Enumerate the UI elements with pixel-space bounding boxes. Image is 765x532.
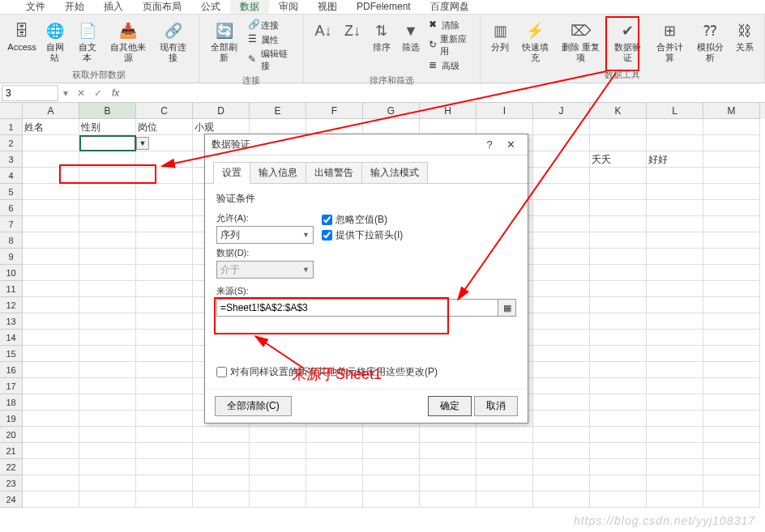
cell[interactable] [23,475,79,492]
existing-conn-button[interactable]: 🔗现有连接 [152,18,193,65]
cell[interactable] [193,475,250,492]
cell[interactable] [647,411,703,427]
cell[interactable] [477,492,533,508]
cell[interactable] [647,135,703,151]
col-header-I[interactable]: I [477,103,533,119]
from-access-button[interactable]: 🗄Access [5,18,39,54]
advanced-filter-item[interactable]: ≣高级 [425,58,475,73]
cell[interactable] [79,394,136,411]
cell[interactable] [703,281,760,297]
cell[interactable]: 好好 [647,151,703,168]
cell[interactable] [533,378,590,394]
cell[interactable] [477,443,533,459]
cell[interactable] [363,443,420,459]
cell[interactable] [703,135,760,151]
remove-duplicates-button[interactable]: ⌦删除 重复项 [555,18,606,65]
cell[interactable] [533,297,590,313]
cell[interactable] [590,330,647,346]
cell[interactable] [647,297,703,313]
cell[interactable] [306,492,363,508]
cell[interactable] [306,475,363,492]
cell[interactable] [533,330,590,346]
cell[interactable] [250,459,306,475]
cell[interactable] [703,346,760,362]
cell[interactable] [590,411,647,427]
cell[interactable] [590,378,647,394]
cell[interactable] [533,475,590,492]
cell[interactable] [703,151,760,168]
cell[interactable] [136,330,193,346]
cell[interactable] [533,313,590,330]
cell[interactable] [363,475,420,492]
cell[interactable] [590,168,647,184]
cell[interactable] [136,394,193,411]
cell[interactable] [703,427,760,443]
cell[interactable] [136,168,193,184]
cell[interactable] [647,346,703,362]
cell[interactable] [590,313,647,330]
tab-insert[interactable]: 插入 [94,0,133,14]
cell-dropdown-button[interactable]: ▼ [136,137,149,150]
cell[interactable] [79,168,136,184]
cell[interactable] [590,297,647,313]
row-header[interactable]: 9 [0,249,23,265]
row-header[interactable]: 6 [0,200,23,216]
cell[interactable] [703,443,760,459]
flash-fill-button[interactable]: ⚡快速填充 [515,18,555,65]
cell[interactable]: 姓名 [23,119,79,135]
cell[interactable] [23,135,79,151]
cell[interactable] [533,232,590,249]
cell[interactable] [647,313,703,330]
cell[interactable] [79,492,136,508]
cell[interactable] [79,362,136,378]
refresh-all-button[interactable]: 🔄全部刷新 [204,18,245,65]
ignore-blank-checkbox[interactable]: 忽略空值(B) [322,213,403,227]
cell[interactable] [363,427,420,443]
row-header[interactable]: 16 [0,362,23,378]
cell[interactable] [533,281,590,297]
cell[interactable] [533,168,590,184]
cell[interactable] [79,411,136,427]
from-web-button[interactable]: 🌐自网站 [39,18,71,65]
fb-confirm-icon[interactable]: ✓ [94,87,102,99]
cell[interactable] [647,168,703,184]
cell[interactable] [590,232,647,249]
cell[interactable] [79,297,136,313]
cell[interactable] [533,427,590,443]
fb-dropdown-icon[interactable]: ▾ [63,87,68,99]
cell[interactable]: 小观 [193,119,250,135]
cell[interactable] [590,184,647,200]
cell[interactable]: 性别 [79,119,136,135]
cell[interactable] [79,249,136,265]
select-all-corner[interactable] [0,103,23,119]
row-header[interactable]: 15 [0,346,23,362]
relationships-button[interactable]: ⛓关系 [730,18,759,54]
row-header[interactable]: 24 [0,492,23,508]
cell[interactable] [79,265,136,281]
cell[interactable] [306,459,363,475]
cell[interactable] [79,151,136,168]
cell[interactable] [533,249,590,265]
cell[interactable] [23,151,79,168]
cell[interactable] [306,443,363,459]
col-header-L[interactable]: L [647,103,703,119]
row-header[interactable]: 14 [0,330,23,346]
cell[interactable] [590,475,647,492]
cell[interactable] [647,265,703,281]
sort-desc-button[interactable]: Z↓ [338,18,367,44]
cell[interactable] [23,184,79,200]
cell[interactable] [703,313,760,330]
cell[interactable] [533,492,590,508]
dialog-tab-settings[interactable]: 设置 [213,162,250,184]
dialog-titlebar[interactable]: 数据验证 ? ✕ [205,134,528,155]
cell[interactable] [136,492,193,508]
cell[interactable] [420,459,477,475]
cell[interactable] [23,330,79,346]
cell[interactable] [23,200,79,216]
cell[interactable] [533,265,590,281]
tab-view[interactable]: 视图 [308,0,347,14]
cell[interactable] [136,249,193,265]
row-header[interactable]: 18 [0,394,23,411]
cell[interactable] [79,216,136,232]
cell[interactable]: 夭夭 [590,151,647,168]
